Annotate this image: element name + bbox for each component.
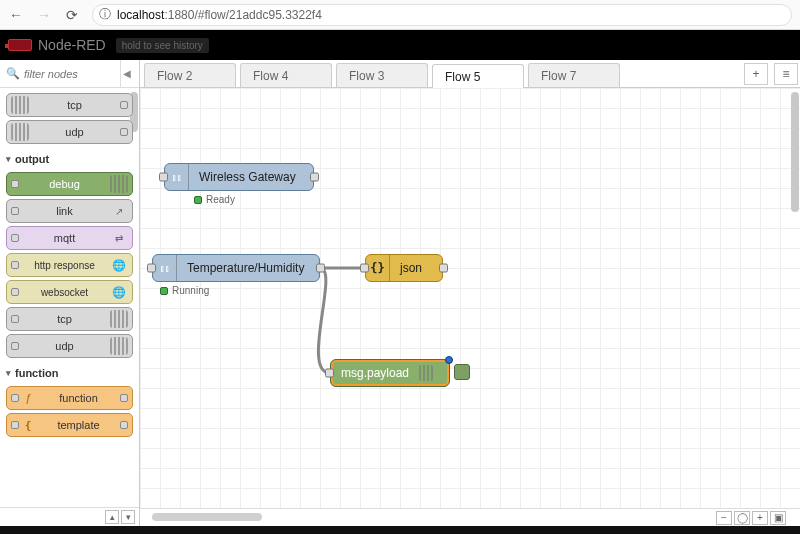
palette-filter-input[interactable]	[24, 68, 116, 80]
canvas-vertical-scrollbar[interactable]	[791, 92, 799, 212]
node-json[interactable]: {} json	[365, 254, 443, 282]
palette-node-function[interactable]: ƒ function	[6, 386, 133, 410]
function-icon: ƒ	[19, 389, 37, 407]
node-grip-icon	[11, 123, 29, 141]
tab-flow4[interactable]: Flow 4	[240, 63, 332, 87]
browser-reload-button[interactable]: ⟳	[60, 3, 84, 27]
palette-list[interactable]: ▴ tcp udp output debug link	[0, 88, 139, 507]
serial-icon: ⫾⫾	[153, 255, 177, 281]
node-input-port[interactable]	[360, 264, 369, 273]
palette-category-output[interactable]: output	[0, 147, 139, 169]
tab-flow7[interactable]: Flow 7	[528, 63, 620, 87]
serial-icon: ⫾⫾	[165, 164, 189, 190]
list-flows-button[interactable]: ≡	[774, 63, 798, 85]
node-label: Wireless Gateway	[189, 170, 306, 184]
zoom-out-button[interactable]: −	[716, 511, 732, 525]
browser-url-bar[interactable]: ⓘ localhost:1880/#flow/21addc95.3322f4	[92, 4, 792, 26]
node-port-icon	[11, 288, 19, 296]
app-header: Node-RED hold to see history	[0, 30, 800, 60]
wire-temphum-debug[interactable]	[140, 88, 800, 526]
zoom-reset-button[interactable]: ◯	[734, 511, 750, 525]
add-flow-button[interactable]: +	[744, 63, 768, 85]
template-icon: {	[19, 416, 37, 434]
node-port-icon	[11, 234, 19, 242]
node-changed-indicator-icon	[445, 356, 453, 364]
node-label: msg.payload	[331, 366, 419, 380]
wire-temphum-json[interactable]	[140, 88, 800, 526]
palette-node-websocket[interactable]: websocket 🌐	[6, 280, 133, 304]
json-icon: {}	[366, 255, 390, 281]
browser-back-button[interactable]: ←	[4, 3, 28, 27]
site-info-icon[interactable]: ⓘ	[99, 6, 111, 23]
app-title: Node-RED	[38, 37, 106, 53]
palette-collapse-button[interactable]: ◀	[120, 60, 133, 87]
zoom-in-button[interactable]: +	[752, 511, 768, 525]
status-ready-icon	[194, 196, 202, 204]
url-port: :1880	[164, 8, 194, 22]
zoom-fit-button[interactable]: ▣	[770, 511, 786, 525]
node-output-port[interactable]	[310, 173, 319, 182]
node-port-icon	[120, 394, 128, 402]
palette-node-debug[interactable]: debug	[6, 172, 133, 196]
url-host: localhost	[117, 8, 164, 22]
node-port-icon	[11, 315, 19, 323]
palette-node-link[interactable]: link ↗	[6, 199, 133, 223]
canvas-footer: − ◯ + ▣	[140, 508, 800, 526]
node-grip-icon	[110, 337, 128, 355]
node-port-icon	[11, 180, 19, 188]
palette-node-mqtt[interactable]: mqtt ⇄	[6, 226, 133, 250]
node-input-port[interactable]	[147, 264, 156, 273]
node-grip-icon	[110, 175, 128, 193]
node-port-icon	[120, 128, 128, 136]
node-label: json	[390, 261, 432, 275]
palette-node-tcp-out[interactable]: tcp	[6, 307, 133, 331]
globe-icon: 🌐	[110, 283, 128, 301]
deploy-hint: hold to see history	[116, 38, 209, 53]
app-logo: Node-RED hold to see history	[8, 37, 209, 53]
node-port-icon	[120, 101, 128, 109]
node-port-icon	[11, 421, 19, 429]
node-port-icon	[11, 394, 19, 402]
node-port-icon	[11, 207, 19, 215]
palette-category-function[interactable]: function	[0, 361, 139, 383]
node-temperature-humidity[interactable]: ⫾⫾ Temperature/Humidity	[152, 254, 320, 282]
palette-node-udp-in[interactable]: udp	[6, 120, 133, 144]
globe-icon: 🌐	[110, 256, 128, 274]
tab-flow5[interactable]: Flow 5	[432, 64, 524, 88]
palette-footer: ▴ ▾	[0, 507, 139, 526]
tab-flow3[interactable]: Flow 3	[336, 63, 428, 87]
node-wireless-gateway[interactable]: ⫾⫾ Wireless Gateway	[164, 163, 314, 191]
node-port-icon	[11, 261, 19, 269]
node-status-temphum: Running	[160, 285, 209, 296]
node-port-icon	[120, 421, 128, 429]
node-output-port[interactable]	[316, 264, 325, 273]
url-path: /#flow/21addc95.3322f4	[194, 8, 321, 22]
node-output-port[interactable]	[439, 264, 448, 273]
debug-output-toggle[interactable]	[454, 364, 470, 380]
node-grip-icon	[110, 310, 128, 328]
node-debug-msg-payload[interactable]: msg.payload	[330, 359, 450, 387]
flow-canvas[interactable]: ⫾⫾ Wireless Gateway Ready ⫾⫾ Temperature…	[140, 88, 800, 526]
palette-node-http-response[interactable]: http response 🌐	[6, 253, 133, 277]
search-icon: 🔍	[6, 67, 20, 80]
bridge-icon: ⇄	[110, 229, 128, 247]
logo-icon	[8, 39, 32, 51]
palette-footer-up-button[interactable]: ▴	[105, 510, 119, 524]
palette-node-tcp-in[interactable]: tcp	[6, 93, 133, 117]
node-grip-icon	[11, 96, 29, 114]
node-input-port[interactable]	[159, 173, 168, 182]
palette-node-udp-out[interactable]: udp	[6, 334, 133, 358]
tab-flow2[interactable]: Flow 2	[144, 63, 236, 87]
palette-node-template[interactable]: { template	[6, 413, 133, 437]
status-running-icon	[160, 287, 168, 295]
node-input-port[interactable]	[325, 369, 334, 378]
browser-forward-button[interactable]: →	[32, 3, 56, 27]
flow-tabs: Flow 2 Flow 4 Flow 3 Flow 5 Flow 7 + ≡	[140, 60, 800, 88]
workspace: Flow 2 Flow 4 Flow 3 Flow 5 Flow 7 + ≡	[140, 60, 800, 526]
node-status-gateway: Ready	[194, 194, 235, 205]
link-out-icon: ↗	[110, 202, 128, 220]
node-label: Temperature/Humidity	[177, 261, 314, 275]
canvas-horizontal-scrollbar[interactable]	[152, 513, 704, 523]
palette-search-bar: 🔍 ◀	[0, 60, 139, 88]
palette-footer-down-button[interactable]: ▾	[121, 510, 135, 524]
